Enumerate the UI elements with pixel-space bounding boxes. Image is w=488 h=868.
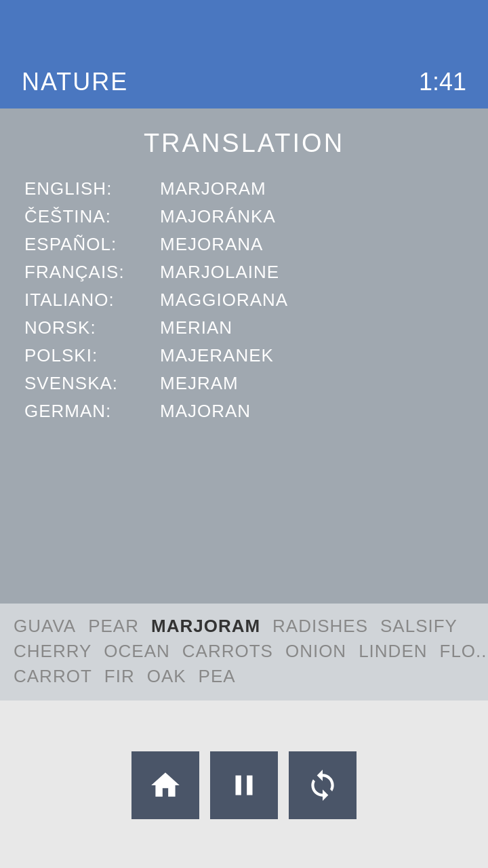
language-label: SVENSKA: <box>24 373 160 394</box>
translation-row: SVENSKA:MEJRAM <box>24 373 464 394</box>
translation-row: ENGLISH:MARJORAM <box>24 178 464 199</box>
translation-row: ČEŠTINA:MAJORÁNKA <box>24 206 464 227</box>
translation-heading: TRANSLATION <box>24 129 464 158</box>
pause-icon <box>227 768 261 802</box>
language-value: MAJERANEK <box>160 345 274 366</box>
word-item: RADISHES <box>272 616 368 637</box>
language-value: MEJRAM <box>160 373 239 394</box>
word-item: LINDEN <box>359 641 427 662</box>
word-item[interactable]: MARJORAM <box>151 616 260 637</box>
language-value: MARJORAM <box>160 178 266 199</box>
language-label: ITALIANO: <box>24 290 160 311</box>
word-list-lines: GUAVAPEARMARJORAMRADISHESSALSIFYCHERRYOC… <box>14 616 474 687</box>
pause-button[interactable] <box>210 751 278 819</box>
word-item: GUAVA <box>14 616 76 637</box>
translation-row: GERMAN:MAJORAN <box>24 401 464 422</box>
language-label: ESPAÑOL: <box>24 234 160 255</box>
word-item: PEA <box>199 666 236 687</box>
word-item: ONION <box>285 641 346 662</box>
translation-row: ESPAÑOL:MEJORANA <box>24 234 464 255</box>
language-value: MEJORANA <box>160 234 263 255</box>
word-item: CARROT <box>14 666 92 687</box>
word-item: OAK <box>147 666 186 687</box>
word-list-line: CARROTFIROAKPEA <box>14 666 474 687</box>
language-label: ENGLISH: <box>24 178 160 199</box>
app-title: NATURE <box>22 68 128 96</box>
translation-rows: ENGLISH:MARJORAMČEŠTINA:MAJORÁNKAESPAÑOL… <box>24 178 464 422</box>
translation-row: ITALIANO:MAGGIORANA <box>24 290 464 311</box>
home-button[interactable] <box>131 751 199 819</box>
word-item: OCEAN <box>104 641 169 662</box>
language-label: ČEŠTINA: <box>24 206 160 227</box>
translation-row: NORSK:MERIAN <box>24 317 464 338</box>
refresh-button[interactable] <box>289 751 357 819</box>
word-list: GUAVAPEARMARJORAMRADISHESSALSIFYCHERRYOC… <box>0 604 488 701</box>
language-label: POLSKI: <box>24 345 160 366</box>
word-item: CARROTS <box>182 641 273 662</box>
word-list-line: GUAVAPEARMARJORAMRADISHESSALSIFY <box>14 616 474 637</box>
word-item: FLO... <box>440 641 488 662</box>
word-item: CHERRY <box>14 641 92 662</box>
language-value: MAJORÁNKA <box>160 206 276 227</box>
refresh-icon <box>306 768 340 802</box>
language-label: NORSK: <box>24 317 160 338</box>
language-value: MERIAN <box>160 317 232 338</box>
word-item: FIR <box>104 666 135 687</box>
language-value: MARJOLAINE <box>160 262 279 283</box>
language-value: MAJORAN <box>160 401 251 422</box>
word-list-line: CHERRYOCEANCARROTSONIONLINDENFLO... <box>14 641 474 662</box>
home-icon <box>148 768 182 802</box>
word-item: SALSIFY <box>380 616 458 637</box>
language-label: GERMAN: <box>24 401 160 422</box>
header: NATURE 1:41 <box>0 0 488 108</box>
word-item: PEAR <box>88 616 139 637</box>
bottom-controls <box>0 701 488 868</box>
clock-display: 1:41 <box>419 68 466 96</box>
translation-row: FRANÇAIS:MARJOLAINE <box>24 262 464 283</box>
translation-panel: TRANSLATION ENGLISH:MARJORAMČEŠTINA:MAJO… <box>0 108 488 604</box>
translation-row: POLSKI:MAJERANEK <box>24 345 464 366</box>
language-label: FRANÇAIS: <box>24 262 160 283</box>
language-value: MAGGIORANA <box>160 290 288 311</box>
